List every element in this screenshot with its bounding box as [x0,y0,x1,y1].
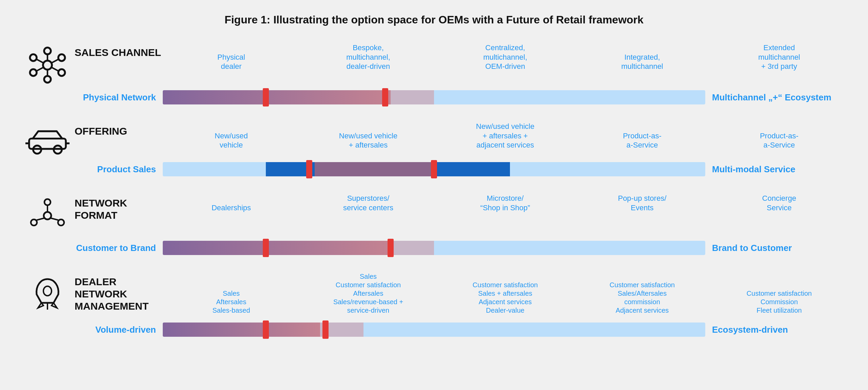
nf-bar-container [163,240,705,256]
svg-line-8 [52,59,59,63]
sc-opt-3: Centralized, multichannel, OEM-driven [437,43,574,71]
svg-point-6 [30,69,37,76]
nf-opt-4: Pop-up stores/ Events [574,194,711,212]
off-opt-2: New/used vehicle + aftersales [300,131,437,150]
svg-line-11 [36,67,43,71]
svg-point-19 [44,199,51,205]
network-format-label: NETWORK FORMAT [75,194,163,221]
page: Figure 1: Illustrating the option space … [0,0,868,390]
off-bar-left: Product Sales [20,164,163,175]
sc-opt-4: Integrated, multichannel [574,53,711,71]
nf-bar-left: Customer to Brand [20,243,163,253]
section-network-format: NETWORK FORMAT Dealerships Superstores/ … [20,194,848,269]
off-opt-5: Product-as- a-Service [711,131,848,150]
off-opt-3: New/used vehicle + aftersales + adjacent… [437,122,574,150]
sales-channel-label: SALES CHANNEL [75,43,163,59]
nf-opt-5: Concierge Service [711,194,848,212]
dnm-bar-left: Volume-driven [20,325,163,335]
nf-opt-3: Microstore/ “Shop in Shop” [437,194,574,212]
dealer-network-bar-row: Volume-driven Ecosystem-driven [20,318,848,341]
svg-point-4 [44,76,51,83]
svg-point-3 [58,69,65,76]
dealer-network-options: Sales Aftersales Sales-based Sales Custo… [163,272,848,316]
nf-bar-right: Brand to Customer [705,243,848,253]
offering-options: New/used vehicle New/used vehicle + afte… [163,122,848,151]
dnm-opt-4: Customer satisfaction Sales/Aftersales c… [574,281,711,315]
offering-label: OFFERING [75,122,163,137]
sales-channel-bar-row: Physical Network Multichannel „+“ E [20,86,848,109]
sc-bar-track [163,90,705,104]
sales-channel-options: Physical dealer Bespoke, multichannel, d… [163,43,848,73]
svg-point-2 [58,54,65,61]
svg-point-21 [31,219,37,226]
section-dealer-network: DEALER NETWORK MANAGEMENT Sales Aftersal… [20,272,848,351]
sc-opt-1: Physical dealer [163,53,300,71]
off-bar-track [163,162,705,176]
dnm-bar-right: Ecosystem-driven [705,325,848,335]
dnm-opt-5: Customer satisfaction Commission Fleet u… [711,289,848,315]
framework: SALES CHANNEL Physical dealer Bespoke, m… [20,43,848,354]
svg-line-9 [52,67,59,71]
svg-point-5 [30,54,37,61]
nf-opt-2: Superstores/ service centers [300,194,437,212]
off-bar-right: Multi-modal Service [705,164,848,175]
dnm-opt-1: Sales Aftersales Sales-based [163,289,300,315]
svg-point-1 [44,47,51,54]
dealer-network-label: DEALER NETWORK MANAGEMENT [75,272,163,312]
svg-line-12 [36,59,43,63]
figure-title: Figure 1: Illustrating the option space … [20,14,848,26]
off-opt-1: New/used vehicle [163,131,300,150]
nf-opt-1: Dealerships [163,203,300,213]
svg-point-25 [43,286,52,296]
svg-point-0 [43,61,52,70]
svg-point-18 [44,212,51,219]
offering-icon [20,122,75,156]
dnm-opt-3: Customer satisfaction Sales + aftersales… [437,281,574,315]
svg-point-20 [58,219,64,226]
sc-bar-right: Multichannel „+“ Ecosystem [705,92,848,103]
svg-line-23 [51,218,58,220]
dnm-bar-track [163,323,705,337]
section-sales-channel: SALES CHANNEL Physical dealer Bespoke, m… [20,43,848,118]
nf-bar-track [163,241,705,255]
sales-channel-icon [20,43,75,84]
dnm-opt-2: Sales Customer satisfaction Aftersales S… [300,272,437,315]
sc-opt-5: Extended multichannel + 3rd party [711,43,848,71]
off-opt-4: Product-as- a-Service [574,131,711,150]
dnm-bar-container [163,321,705,338]
network-format-options: Dealerships Superstores/ service centers… [163,194,848,214]
sc-bar-left: Physical Network [20,92,163,103]
sc-bar-container [163,89,705,105]
dealer-network-icon [20,272,75,313]
section-offering: OFFERING New/used vehicle New/used vehic… [20,122,848,190]
off-bar-container [163,161,705,177]
sc-opt-2: Bespoke, multichannel, dealer-driven [300,43,437,71]
svg-line-24 [37,218,44,220]
offering-bar-row: Product Sales Multi-modal Service [20,158,848,181]
network-format-bar-row: Customer to Brand Brand to Customer [20,236,848,259]
network-format-icon [20,194,75,234]
